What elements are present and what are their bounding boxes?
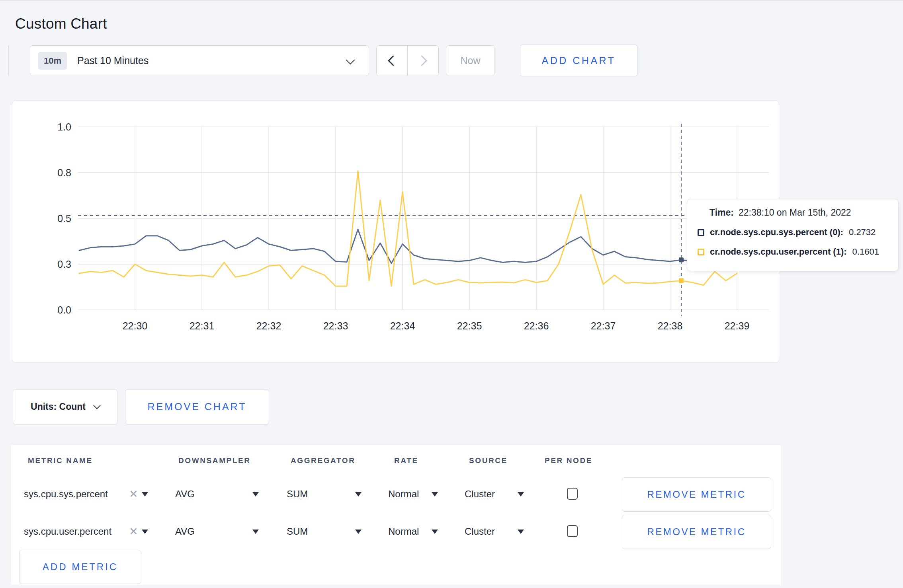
tooltip-series-name: cr.node.sys.cpu.sys.percent (0): bbox=[710, 227, 843, 238]
svg-text:0.5: 0.5 bbox=[57, 213, 71, 224]
source-select[interactable]: Cluster bbox=[465, 526, 495, 537]
svg-text:1.0: 1.0 bbox=[57, 121, 71, 132]
remove-metric-x-icon[interactable]: ✕ bbox=[129, 489, 138, 500]
rate-caret-icon[interactable] bbox=[432, 530, 438, 534]
downsampler-caret-icon[interactable] bbox=[252, 492, 259, 496]
tooltip-series-value: 0.2732 bbox=[849, 227, 876, 238]
metric-caret-icon[interactable] bbox=[142, 530, 148, 534]
source-caret-icon[interactable] bbox=[518, 492, 524, 496]
svg-text:22:34: 22:34 bbox=[390, 320, 415, 331]
header-aggregator: AGGREGATOR bbox=[291, 456, 356, 467]
sys-series-swatch-icon bbox=[698, 229, 704, 236]
now-button[interactable]: Now bbox=[446, 45, 495, 76]
metric-caret-icon[interactable] bbox=[142, 492, 148, 496]
svg-text:22:32: 22:32 bbox=[256, 320, 281, 331]
chart-tooltip: Time:22:38:10 on Mar 15th, 2022 cr.node.… bbox=[687, 199, 899, 271]
time-window-label: Past 10 Minutes bbox=[77, 55, 149, 66]
aggregator-caret-icon[interactable] bbox=[355, 530, 362, 534]
metric-name-select[interactable]: sys.cpu.sys.percent bbox=[24, 489, 108, 500]
svg-text:22:37: 22:37 bbox=[591, 320, 616, 331]
downsampler-caret-icon[interactable] bbox=[252, 530, 259, 534]
cpu-usage-chart[interactable]: 0.00.30.50.81.022:3022:3122:3222:3322:34… bbox=[12, 101, 778, 362]
units-label: Units: Count bbox=[31, 401, 86, 412]
chevron-right-icon bbox=[416, 55, 427, 66]
aggregator-caret-icon[interactable] bbox=[355, 492, 362, 496]
tooltip-series-row: cr.node.sys.cpu.sys.percent (0): 0.2732 bbox=[698, 227, 898, 238]
svg-text:0.3: 0.3 bbox=[57, 259, 71, 270]
downsampler-select[interactable]: AVG bbox=[175, 489, 195, 500]
metric-name-select[interactable]: sys.cpu.user.percent bbox=[24, 526, 111, 537]
tooltip-time-value: 22:38:10 on Mar 15th, 2022 bbox=[739, 207, 851, 218]
svg-text:22:31: 22:31 bbox=[190, 320, 215, 331]
tooltip-series-value: 0.1601 bbox=[852, 247, 879, 257]
page-title: Custom Chart bbox=[15, 16, 107, 32]
prev-time-button[interactable] bbox=[377, 46, 407, 76]
user-series-swatch-icon bbox=[698, 249, 704, 255]
units-dropdown[interactable]: Units: Count bbox=[13, 389, 117, 424]
chevron-left-icon bbox=[388, 55, 399, 66]
top-border bbox=[0, 0, 903, 1]
svg-text:22:36: 22:36 bbox=[524, 320, 549, 331]
remove-metric-x-icon[interactable]: ✕ bbox=[129, 526, 138, 537]
add-chart-button[interactable]: ADD CHART bbox=[520, 45, 637, 76]
aggregator-select[interactable]: SUM bbox=[287, 489, 308, 500]
tooltip-series-name: cr.node.sys.cpu.user.percent (1): bbox=[710, 247, 847, 257]
metrics-table: METRIC NAME DOWNSAMPLER AGGREGATOR RATE … bbox=[11, 445, 781, 585]
chart-card: 0.00.30.50.81.022:3022:3122:3222:3322:34… bbox=[12, 100, 779, 363]
svg-text:22:38: 22:38 bbox=[658, 320, 683, 331]
header-source: SOURCE bbox=[469, 456, 508, 467]
rate-caret-icon[interactable] bbox=[432, 492, 438, 496]
svg-text:22:33: 22:33 bbox=[323, 320, 348, 331]
remove-chart-button[interactable]: REMOVE CHART bbox=[125, 389, 269, 424]
header-rate: RATE bbox=[394, 456, 418, 467]
downsampler-select[interactable]: AVG bbox=[175, 526, 195, 537]
aggregator-select[interactable]: SUM bbox=[287, 526, 308, 537]
rate-select[interactable]: Normal bbox=[388, 489, 419, 500]
remove-metric-button[interactable]: REMOVE METRIC bbox=[622, 477, 771, 512]
time-window-dropdown[interactable]: 10m Past 10 Minutes bbox=[30, 45, 369, 76]
per-node-checkbox[interactable] bbox=[567, 525, 578, 537]
svg-text:0.0: 0.0 bbox=[57, 304, 71, 315]
source-select[interactable]: Cluster bbox=[465, 489, 495, 500]
next-time-button[interactable] bbox=[407, 46, 438, 76]
header-downsampler: DOWNSAMPLER bbox=[178, 456, 251, 467]
svg-text:22:30: 22:30 bbox=[123, 320, 148, 331]
time-window-badge: 10m bbox=[38, 52, 67, 70]
svg-text:22:39: 22:39 bbox=[725, 320, 750, 331]
header-metric-name: METRIC NAME bbox=[28, 456, 93, 467]
header-per-node: PER NODE bbox=[545, 456, 592, 467]
rate-select[interactable]: Normal bbox=[388, 526, 419, 537]
chevron-down-icon bbox=[93, 402, 100, 409]
time-nav-group bbox=[376, 45, 439, 76]
add-metric-button[interactable]: ADD METRIC bbox=[19, 550, 141, 584]
svg-text:22:35: 22:35 bbox=[457, 320, 482, 331]
tooltip-series-row: cr.node.sys.cpu.user.percent (1): 0.1601 bbox=[698, 247, 898, 257]
toolbar-divider bbox=[8, 45, 9, 76]
remove-metric-button[interactable]: REMOVE METRIC bbox=[622, 515, 771, 549]
per-node-checkbox[interactable] bbox=[567, 488, 578, 500]
svg-text:0.8: 0.8 bbox=[57, 167, 71, 178]
source-caret-icon[interactable] bbox=[518, 530, 524, 534]
tooltip-time-label: Time: bbox=[710, 207, 734, 218]
chevron-down-icon bbox=[346, 56, 355, 65]
